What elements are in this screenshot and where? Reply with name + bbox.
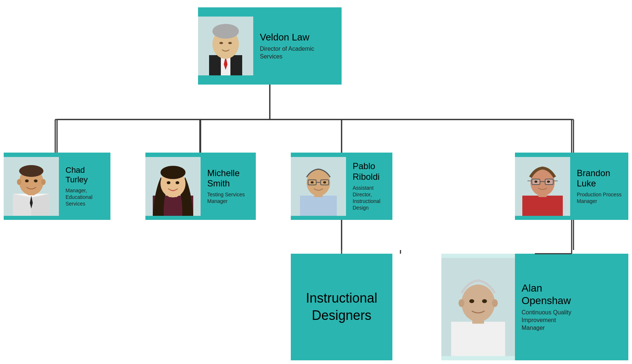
svg-rect-58 — [451, 322, 505, 356]
svg-point-56 — [547, 181, 550, 183]
svg-point-55 — [534, 181, 537, 183]
node-chad-name: Chad Turley — [66, 165, 104, 185]
node-chad: Chad Turley Manager,Educational Services — [4, 153, 110, 220]
node-alan: AlanOpenshaw Continuous QualityImproveme… — [441, 254, 628, 360]
svg-point-17 — [228, 42, 232, 44]
node-michelle-photo — [145, 157, 201, 216]
svg-point-28 — [25, 179, 29, 182]
node-brandon-title: Production ProcessManager — [577, 191, 621, 204]
node-pablo: PabloRiboldi Assistant Director,Instruct… — [291, 153, 392, 220]
node-root-photo — [198, 17, 253, 75]
node-instructional-name: Instructional Designers — [299, 282, 385, 332]
node-brandon-photo — [515, 157, 570, 216]
node-alan-photo — [441, 254, 515, 360]
svg-rect-38 — [300, 196, 337, 216]
node-pablo-title: Assistant Director,Instructional Design — [353, 185, 386, 211]
svg-point-29 — [34, 179, 38, 182]
svg-marker-21 — [31, 194, 50, 216]
svg-point-27 — [41, 179, 46, 185]
svg-marker-20 — [13, 194, 31, 216]
node-chad-text: Chad Turley Manager,Educational Services — [59, 162, 110, 211]
org-chart: Veldon Law Director of AcademicServices — [0, 0, 632, 364]
svg-point-62 — [482, 299, 487, 303]
node-instructional: Instructional Designers — [291, 254, 392, 360]
node-chad-title: Manager,Educational Services — [66, 187, 104, 207]
node-root-text: Veldon Law Director of AcademicServices — [253, 28, 321, 64]
svg-point-45 — [323, 181, 326, 183]
node-alan-title: Continuous QualityImprovementManager — [522, 309, 571, 332]
svg-point-15 — [212, 24, 239, 39]
node-michelle-text: MichelleSmith Testing ServicesManager — [201, 164, 251, 208]
node-brandon: BrandonLuke Production ProcessManager — [515, 153, 628, 220]
node-michelle-title: Testing ServicesManager — [207, 191, 245, 204]
svg-point-60 — [462, 285, 495, 322]
node-michelle: MichelleSmith Testing ServicesManager — [145, 153, 256, 220]
node-root-title: Director of AcademicServices — [260, 45, 314, 61]
node-chad-photo — [4, 157, 59, 216]
svg-point-16 — [219, 42, 223, 44]
svg-point-64 — [492, 299, 498, 307]
node-pablo-photo — [291, 157, 346, 216]
node-pablo-name: PabloRiboldi — [353, 161, 386, 182]
svg-point-25 — [19, 165, 43, 177]
node-pablo-text: PabloRiboldi Assistant Director,Instruct… — [346, 157, 392, 215]
svg-point-63 — [459, 299, 465, 307]
svg-point-61 — [469, 299, 474, 303]
node-root: Veldon Law Director of AcademicServices — [198, 7, 342, 85]
svg-rect-47 — [522, 196, 563, 216]
node-alan-text: AlanOpenshaw Continuous QualityImproveme… — [515, 278, 578, 336]
node-brandon-name: BrandonLuke — [577, 168, 621, 189]
svg-point-35 — [167, 181, 170, 184]
svg-point-26 — [17, 179, 21, 185]
node-root-name: Veldon Law — [260, 32, 314, 43]
node-brandon-text: BrandonLuke Production ProcessManager — [570, 164, 628, 208]
node-michelle-name: MichelleSmith — [207, 168, 245, 189]
node-alan-name: AlanOpenshaw — [522, 282, 571, 307]
svg-point-34 — [160, 166, 186, 179]
svg-point-36 — [176, 181, 179, 184]
svg-point-44 — [311, 181, 314, 183]
